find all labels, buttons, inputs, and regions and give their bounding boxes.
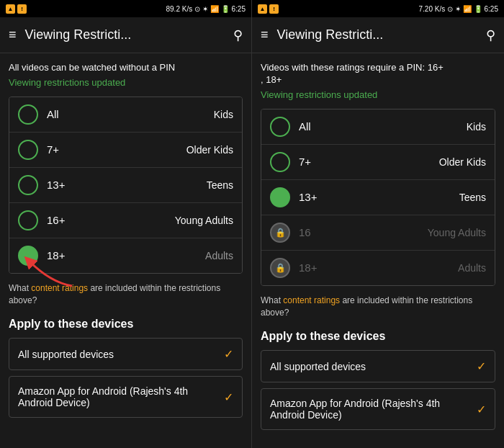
pin-status-text-left: All videos can be watched without a PIN (9, 62, 243, 74)
status-icons: ⊙ ✶ 📶 🔋 (194, 5, 229, 13)
device-all-left[interactable]: All supported devices ✓ (9, 338, 243, 370)
updated-text-right: Viewing restrictions updated (261, 89, 495, 100)
lock-icon-16: 🔒 (275, 228, 286, 238)
content-text-before-left: What (9, 283, 31, 293)
lock-icon-18: 🔒 (275, 263, 286, 273)
content-ratings-link-right[interactable]: content ratings (283, 295, 340, 305)
rating-item-18-left[interactable]: 18+ Adults (9, 238, 242, 273)
status-icons-right: ⊙ ✶ 📶 🔋 (447, 5, 482, 13)
device-all-check-right: ✓ (477, 359, 486, 373)
status-left-icons-right: ▲ ! (258, 4, 279, 14)
device-all-right[interactable]: All supported devices ✓ (261, 350, 495, 382)
rating-label-7-left: 7+ (47, 143, 186, 156)
device-all-name-left: All supported devices (18, 349, 114, 360)
rating-item-all-right[interactable]: All Kids (261, 109, 495, 145)
panel-left: ▲ ! 89.2 K/s ⊙ ✶ 📶 🔋 6:25 ≡ Viewing Rest… (0, 0, 252, 448)
circle-7-left (18, 140, 38, 160)
device-android-check-right: ✓ (477, 403, 486, 416)
rating-label-all-left: All (47, 108, 214, 120)
alert-icon-right: ! (269, 4, 279, 14)
rating-desc-7-left: Older Kids (186, 144, 233, 156)
rating-desc-13-left: Teens (207, 179, 233, 191)
app-header-right: ≡ Viewing Restricti... ⚲ (252, 17, 504, 53)
rating-desc-all-left: Kids (214, 109, 233, 120)
rating-desc-18-right: Adults (458, 262, 486, 274)
status-bar-right: ▲ ! 7.20 K/s ⊙ ✶ 📶 🔋 6:25 (252, 0, 504, 17)
rating-desc-16-left: Young Adults (175, 215, 233, 226)
rating-desc-7-right: Older Kids (439, 156, 486, 168)
status-right-info: 89.2 K/s ⊙ ✶ 📶 🔋 6:25 (166, 5, 246, 13)
rating-item-13-left[interactable]: 13+ Teens (9, 168, 242, 203)
rating-desc-18-left: Adults (205, 250, 233, 261)
status-right-info-right: 7.20 K/s ⊙ ✶ 📶 🔋 6:25 (418, 5, 498, 13)
device-android-left[interactable]: Amazon App for Android (Rajesh's 4th And… (9, 376, 243, 418)
device-android-check-left: ✓ (224, 390, 233, 404)
device-android-name-right: Amazon App for Android (Rajesh's 4th And… (270, 398, 477, 421)
panel-right: ▲ ! 7.20 K/s ⊙ ✶ 📶 🔋 6:25 ≡ Viewing Rest… (252, 0, 504, 448)
rating-desc-13-right: Teens (459, 192, 486, 203)
rating-list-right: All Kids 7+ Older Kids 13+ Teens 🔒 16 Yo… (261, 109, 495, 286)
rating-item-18-right[interactable]: 🔒 18+ Adults (261, 251, 495, 285)
rating-label-18-right: 18+ (299, 261, 458, 274)
apply-heading-right: Apply to these devices (261, 330, 495, 343)
rating-label-16-right: 16 (299, 226, 428, 238)
rating-item-7-left[interactable]: 7+ Older Kids (9, 133, 242, 168)
app-header-left: ≡ Viewing Restricti... ⚲ (0, 17, 251, 53)
network-speed: 89.2 K/s (166, 5, 192, 13)
device-all-name-right: All supported devices (270, 361, 366, 372)
circle-7-right (270, 152, 290, 172)
network-speed-right: 7.20 K/s (418, 5, 445, 13)
pin-status-text-right: Videos with these ratings require a PIN:… (261, 62, 495, 86)
circle-13-right (270, 187, 290, 207)
rating-label-18-left: 18+ (47, 249, 205, 261)
header-title-left: Viewing Restricti... (25, 27, 233, 42)
circle-all-left (18, 104, 38, 125)
menu-icon-right[interactable]: ≡ (261, 27, 269, 42)
menu-icon-left[interactable]: ≡ (9, 27, 17, 42)
updated-text-left: Viewing restrictions updated (9, 77, 243, 88)
rating-list-left: All Kids 7+ Older Kids 13+ Teens 16+ You… (9, 97, 243, 274)
search-icon-left[interactable]: ⚲ (233, 27, 243, 43)
rating-label-13-left: 13+ (47, 179, 207, 191)
warning-icon-right: ▲ (258, 4, 267, 14)
rating-label-all-right: All (299, 120, 467, 133)
time-display-right: 6:25 (485, 5, 498, 13)
rating-label-13-right: 13+ (299, 191, 459, 203)
rating-desc-16-right: Young Adults (428, 227, 486, 238)
circle-16-left (18, 210, 38, 230)
rating-label-7-right: 7+ (299, 156, 439, 168)
circle-18-right: 🔒 (270, 258, 290, 278)
rating-desc-all-right: Kids (467, 121, 486, 133)
warning-icon: ▲ (6, 4, 15, 14)
rating-item-7-right[interactable]: 7+ Older Kids (261, 145, 495, 180)
circle-18-left (18, 246, 38, 266)
device-android-name-left: Amazon App for Android (Rajesh's 4th And… (18, 385, 224, 408)
circle-16-right: 🔒 (270, 223, 290, 243)
main-content-left: All videos can be watched without a PIN … (0, 53, 251, 448)
rating-item-all-left[interactable]: All Kids (9, 97, 242, 133)
header-title-right: Viewing Restricti... (277, 27, 486, 42)
circle-all-right (270, 117, 290, 137)
status-left-icons: ▲ ! (6, 4, 27, 14)
content-text-before-right: What (261, 295, 283, 305)
alert-icon: ! (17, 4, 27, 14)
content-ratings-link-left[interactable]: content ratings (31, 283, 88, 293)
apply-heading-left: Apply to these devices (9, 318, 243, 331)
rating-label-16-left: 16+ (47, 214, 175, 226)
circle-13-left (18, 175, 38, 195)
rating-item-13-right[interactable]: 13+ Teens (261, 180, 495, 215)
rating-item-16-right[interactable]: 🔒 16 Young Adults (261, 215, 495, 251)
search-icon-right[interactable]: ⚲ (486, 27, 495, 43)
device-android-right[interactable]: Amazon App for Android (Rajesh's 4th And… (261, 388, 495, 430)
status-bar-left: ▲ ! 89.2 K/s ⊙ ✶ 📶 🔋 6:25 (0, 0, 251, 17)
device-all-check-left: ✓ (224, 347, 233, 361)
content-link-text-left: What content ratings are included within… (9, 282, 243, 307)
time-display: 6:25 (232, 5, 246, 13)
content-link-text-right: What content ratings are included within… (261, 295, 495, 319)
rating-item-16-left[interactable]: 16+ Young Adults (9, 203, 242, 238)
main-content-right: Videos with these ratings require a PIN:… (252, 53, 504, 448)
